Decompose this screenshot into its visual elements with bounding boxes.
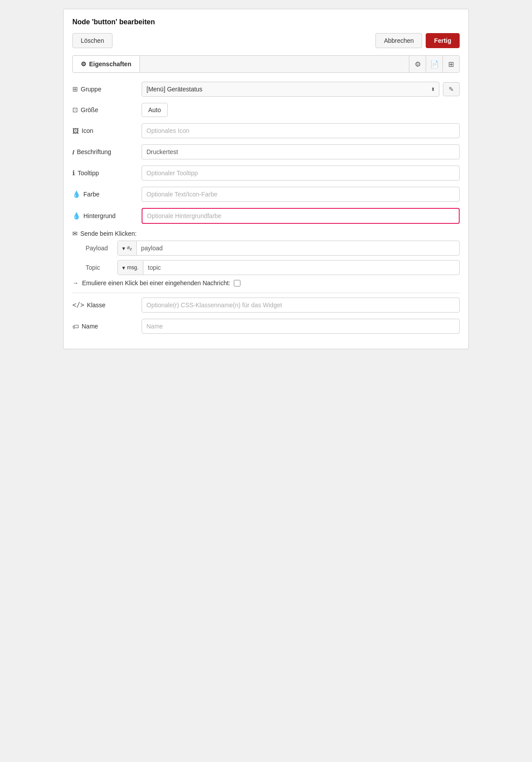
icon-label: 🖼 Icon bbox=[72, 127, 136, 135]
chevron-icon: ▾ bbox=[122, 264, 125, 271]
topic-type-button[interactable]: ▾ msg. bbox=[118, 261, 143, 275]
grosse-label: ⊡ Größe bbox=[72, 106, 136, 114]
payload-input-wrapper: ▾ az payload bbox=[117, 241, 460, 256]
chevron-icon: ▾ bbox=[122, 245, 125, 252]
tooltipp-row: ℹ Tooltipp bbox=[72, 166, 460, 181]
topic-value: topic bbox=[143, 260, 459, 275]
emulate-checkbox[interactable] bbox=[234, 280, 240, 287]
info-icon: ℹ bbox=[72, 169, 75, 177]
tab-document-icon[interactable]: 📄 bbox=[426, 56, 442, 72]
gear-icon: ⚙ bbox=[81, 60, 86, 68]
klasse-label: </> Klasse bbox=[72, 301, 136, 309]
tooltipp-label: ℹ Tooltipp bbox=[72, 169, 136, 177]
klasse-row: </> Klasse bbox=[72, 298, 460, 313]
color-drop-icon: 💧 bbox=[72, 190, 81, 198]
type-icon: az bbox=[127, 245, 132, 251]
klasse-input[interactable] bbox=[142, 298, 460, 313]
payload-value: payload bbox=[137, 241, 459, 255]
topic-label: Topic bbox=[86, 264, 112, 271]
edit-panel: Node 'button' bearbeiten Löschen Abbrech… bbox=[63, 9, 469, 349]
gruppe-edit-button[interactable]: ✎ bbox=[443, 82, 460, 96]
code-icon: </> bbox=[72, 301, 84, 309]
name-row: 🏷 Name bbox=[72, 319, 460, 334]
gruppe-label: ⊞ Gruppe bbox=[72, 85, 136, 93]
farbe-input[interactable] bbox=[142, 187, 460, 202]
emulate-label: Emuliere einen Klick bei einer eingehend… bbox=[82, 279, 230, 287]
tooltipp-input[interactable] bbox=[142, 166, 460, 181]
farbe-row: 💧 Farbe bbox=[72, 187, 460, 202]
hintergrund-label: 💧 Hintergrund bbox=[72, 212, 136, 220]
gruppe-control: [Menü] Gerätestatus ⬍ ✎ bbox=[142, 82, 460, 97]
hintergrund-row: 💧 Hintergrund bbox=[72, 208, 460, 224]
msg-prefix: msg. bbox=[127, 264, 139, 271]
name-label: 🏷 Name bbox=[72, 323, 136, 330]
grosse-value: Auto bbox=[142, 103, 168, 117]
beschriftung-input[interactable] bbox=[142, 144, 460, 159]
beschriftung-label: I Beschriftung bbox=[72, 148, 136, 156]
gruppe-icon: ⊞ bbox=[72, 85, 78, 93]
name-input[interactable] bbox=[142, 319, 460, 334]
payload-type-button[interactable]: ▾ az bbox=[118, 241, 137, 255]
envelope-icon: ✉ bbox=[72, 230, 78, 237]
payload-row: Payload ▾ az payload bbox=[72, 241, 460, 256]
toolbar: Löschen Abbrechen Fertig bbox=[72, 33, 460, 48]
payload-label: Payload bbox=[86, 245, 112, 252]
text-cursor-icon: I bbox=[72, 148, 74, 156]
sende-section: ✉ Sende beim Klicken: bbox=[72, 230, 460, 237]
tab-settings-icon[interactable]: ⚙ bbox=[409, 56, 426, 72]
tab-label: Eigenschaften bbox=[89, 60, 131, 68]
tab-layout-icon[interactable]: ⊞ bbox=[442, 56, 459, 72]
tab-eigenschaften[interactable]: ⚙ Eigenschaften bbox=[73, 56, 140, 72]
arrow-icon: → bbox=[72, 279, 79, 287]
cancel-button[interactable]: Abbrechen bbox=[375, 33, 422, 48]
divider bbox=[72, 293, 460, 293]
beschriftung-row: I Beschriftung bbox=[72, 144, 460, 159]
background-drop-icon: 💧 bbox=[72, 212, 81, 220]
done-button[interactable]: Fertig bbox=[426, 33, 460, 48]
hintergrund-input[interactable] bbox=[142, 208, 460, 224]
icon-row: 🖼 Icon bbox=[72, 123, 460, 138]
farbe-label: 💧 Farbe bbox=[72, 190, 136, 198]
gruppe-row: ⊞ Gruppe [Menü] Gerätestatus ⬍ ✎ bbox=[72, 82, 460, 97]
toolbar-right: Abbrechen Fertig bbox=[375, 33, 460, 48]
panel-title: Node 'button' bearbeiten bbox=[72, 18, 460, 26]
icon-input[interactable] bbox=[142, 123, 460, 138]
gruppe-select[interactable]: [Menü] Gerätestatus bbox=[142, 82, 439, 97]
tabs-bar: ⚙ Eigenschaften ⚙ 📄 ⊞ bbox=[72, 55, 460, 73]
image-icon: 🖼 bbox=[72, 127, 79, 135]
topic-input-wrapper: ▾ msg. topic bbox=[117, 260, 460, 275]
grosse-icon: ⊡ bbox=[72, 106, 78, 114]
topic-row: Topic ▾ msg. topic bbox=[72, 260, 460, 275]
gruppe-select-wrapper: [Menü] Gerätestatus ⬍ bbox=[142, 82, 439, 97]
grosse-row: ⊡ Größe Auto bbox=[72, 103, 460, 117]
delete-button[interactable]: Löschen bbox=[72, 33, 112, 48]
tag-icon: 🏷 bbox=[72, 323, 79, 330]
emulate-row: → Emuliere einen Klick bei einer eingehe… bbox=[72, 279, 460, 287]
